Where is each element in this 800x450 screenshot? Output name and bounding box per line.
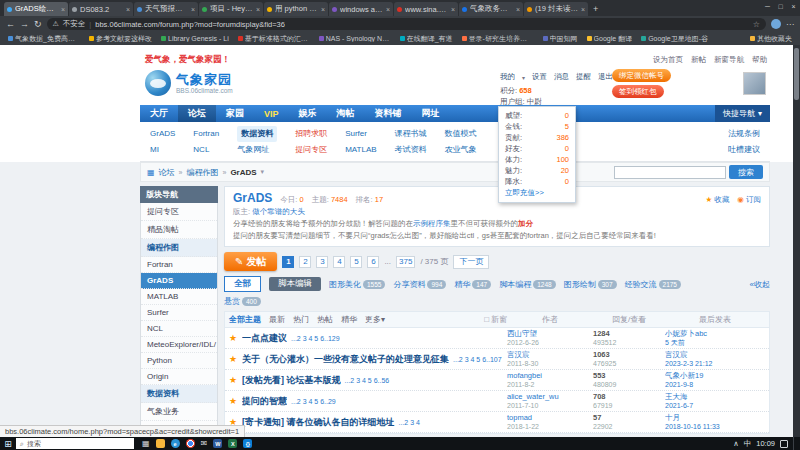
browser-profile-icon[interactable] <box>771 19 781 29</box>
subnav-link[interactable]: 农业气象 <box>445 142 477 158</box>
filter-more[interactable]: 更多▾ <box>365 314 385 325</box>
sidebar-item-grads[interactable]: GrADS <box>141 273 217 289</box>
sidebar-item-operations[interactable]: 气象业务 <box>141 403 217 421</box>
my-menu-item[interactable]: 我的 <box>500 72 515 82</box>
scrollbar-thumb[interactable] <box>794 48 799 100</box>
thread-row[interactable]: ★ 提问的智慧 ...2 3 4 5 6..29 alice_water_wu2… <box>225 391 769 412</box>
bind-account-badge[interactable]: 绑定微信帐号 <box>612 69 671 82</box>
sidebar-section-programming[interactable]: 编程作图 <box>141 239 217 257</box>
bookmark-item[interactable]: 登录-研究生培养审核 <box>462 34 534 44</box>
collapse-link[interactable]: «收起 <box>750 279 770 290</box>
recharge-link[interactable]: 立即充值>> <box>505 187 569 199</box>
subnav-link[interactable]: 数值模式 <box>445 126 477 142</box>
forum-search-button[interactable]: 搜索 <box>729 165 763 179</box>
sidebar-section-data[interactable]: 数据资料 <box>141 385 217 403</box>
last-page-number[interactable]: 375 <box>396 256 415 268</box>
back-icon[interactable]: ← <box>6 20 15 29</box>
page-number[interactable]: 1 <box>282 256 294 268</box>
sidebar-item-fortran[interactable]: Fortran <box>141 257 217 273</box>
filter-digest[interactable]: 精华 <box>341 314 357 325</box>
sidebar-item-meteoexplorer[interactable]: MeteoExplorer/IDL/ <box>141 337 217 353</box>
quick-nav-button[interactable]: 快捷导航▾ <box>715 105 770 122</box>
close-icon[interactable]: × <box>386 6 390 13</box>
forward-icon[interactable]: → <box>20 20 29 29</box>
subscribe-link[interactable]: ◉ 订阅 <box>737 195 761 205</box>
last-post-time[interactable]: 5 天前 <box>665 338 765 348</box>
sidebar-item-python[interactable]: Python <box>141 353 217 369</box>
subnav-link[interactable]: MI <box>150 142 175 158</box>
subnav-link[interactable]: 提问专区 <box>295 142 327 158</box>
page-number[interactable]: 3 <box>316 256 328 268</box>
bookmark-item[interactable]: 中国知网 <box>543 34 578 44</box>
settings-menu-item[interactable]: 设置 <box>532 72 547 82</box>
category-chip[interactable]: 脚本编程1248 <box>499 279 555 290</box>
browser-tab[interactable]: 天气预报数据决策 × <box>134 2 198 16</box>
sidebar-item-collections[interactable]: 精品淘帖 <box>141 221 217 239</box>
close-icon[interactable]: × <box>516 6 520 13</box>
taskbar-search-box[interactable]: ⌕ 搜索 <box>16 438 134 449</box>
start-button[interactable]: ⊞ <box>0 439 16 449</box>
thread-page-links[interactable]: ...2 3 4 <box>399 419 420 426</box>
thread-author-link[interactable]: 言汉宸 <box>507 350 593 360</box>
thread-author-link[interactable]: mofangbei <box>507 371 593 381</box>
nav-item-vip[interactable]: VIP <box>254 105 289 122</box>
filter-hot[interactable]: 热门 <box>293 314 309 325</box>
notification-center-icon[interactable] <box>780 440 788 448</box>
thread-author-link[interactable]: 西山守望 <box>507 329 593 339</box>
category-chip[interactable]: 图形绘制307 <box>564 279 617 290</box>
subnav-link[interactable]: MATLAB <box>345 142 376 158</box>
subnav-link[interactable]: GrADS <box>150 126 175 142</box>
taskbar-clock[interactable]: 10:09 <box>756 439 775 448</box>
thread-page-links[interactable]: ...2 3 4 5 6..56 <box>345 377 390 384</box>
last-post-time[interactable]: 2021-9-8 <box>665 380 765 390</box>
breadcrumb-section[interactable]: 编程作图 <box>186 168 218 177</box>
signin-reward-badge[interactable]: 签到领红包 <box>612 85 664 98</box>
last-poster-link[interactable]: 王大海 <box>665 392 765 402</box>
thread-row[interactable]: ★ [寄卡通知] 请各位确认各自的详细地址 ...2 3 4 topmad201… <box>225 412 769 433</box>
bookmark-item[interactable]: 在线翻译_有道 <box>400 34 453 44</box>
bookmark-item[interactable]: 气象数据_免费高速下 <box>8 34 80 44</box>
filter-latest[interactable]: 最新 <box>269 314 285 325</box>
user-score[interactable]: 积分: 658 <box>500 86 532 96</box>
mail-icon[interactable]: ✉ <box>201 440 208 448</box>
sidebar-item-matlab[interactable]: MATLAB <box>141 289 217 305</box>
filter-hot-posts[interactable]: 热帖 <box>317 314 333 325</box>
category-chip[interactable]: 经验交流2175 <box>625 279 681 290</box>
nav-item-home[interactable]: 家园 <box>216 105 254 122</box>
messages-menu-item[interactable]: 消息 <box>554 72 569 82</box>
last-poster-link[interactable]: 气象小新19 <box>665 371 765 381</box>
tab-script-editing[interactable]: 脚本编辑 <box>269 277 321 291</box>
category-chip-reward[interactable]: 悬赏400 <box>224 296 261 307</box>
logout-menu-item[interactable]: 退出 <box>598 72 613 82</box>
breadcrumb-forum[interactable]: 论坛 <box>159 168 175 177</box>
new-tab-button[interactable]: + <box>593 4 598 14</box>
nav-item-fun[interactable]: 娱乐 <box>289 105 327 122</box>
nav-item-links[interactable]: 网址 <box>412 105 450 122</box>
thread-row[interactable]: ★ [发帖先看] 论坛基本版规 ...2 3 4 5 6..56 mofangb… <box>225 370 769 391</box>
maximize-button[interactable]: □ <box>774 0 787 12</box>
close-icon[interactable]: × <box>126 6 130 13</box>
url-field[interactable]: ⚠ 不安全 | bbs.06climate.com/forum.php?mod=… <box>47 18 766 30</box>
browser-tab[interactable]: www.sina.com.cn × <box>394 2 458 16</box>
subnav-link[interactable]: 吐槽建议 <box>728 142 760 158</box>
excel-icon[interactable]: X <box>228 439 237 448</box>
thread-title-link[interactable]: [寄卡通知] 请各位确认各自的详细地址 <box>242 416 395 429</box>
user-avatar[interactable] <box>743 72 766 95</box>
browser-menu-icon[interactable]: ⋯ <box>786 20 794 29</box>
site-logo[interactable]: 气象家园 BBS.06climate.com <box>145 70 233 96</box>
last-post-time[interactable]: 2021-6-7 <box>665 401 765 411</box>
bookmark-item[interactable]: 参考文献要这样改 <box>89 34 152 44</box>
thread-row[interactable]: ★ 关于（无心灌水）一些没有意义帖子的处理意见征集 ...2 3 4 5 6..… <box>225 349 769 370</box>
category-chip[interactable]: 图形美化1555 <box>329 279 385 290</box>
new-post-button[interactable]: ✎ 发帖 <box>224 252 277 271</box>
collect-link[interactable]: ★ 收藏 <box>706 195 730 205</box>
subnav-link[interactable]: Fortran <box>193 126 219 142</box>
browser-tab[interactable]: windows anaconda × <box>329 2 393 16</box>
chevron-down-icon[interactable]: ▾ <box>261 168 265 176</box>
subnav-link[interactable]: 课程书城 <box>395 126 427 142</box>
favorite-star-icon[interactable]: ☆ <box>753 20 760 29</box>
file-explorer-icon[interactable] <box>156 439 165 448</box>
close-icon[interactable]: × <box>61 6 65 13</box>
page-number[interactable]: 6 <box>367 256 379 268</box>
sample-programs-link[interactable]: 示例程序集 <box>413 219 451 228</box>
